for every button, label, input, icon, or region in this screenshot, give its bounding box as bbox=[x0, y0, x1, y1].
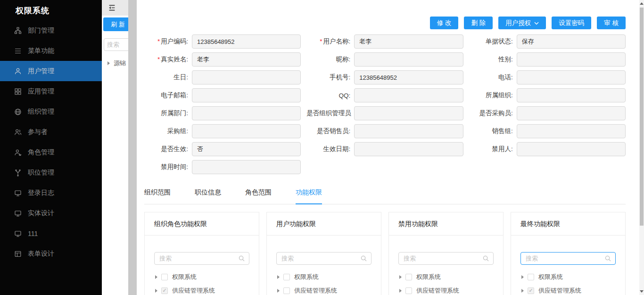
tree-checkbox[interactable] bbox=[161, 274, 168, 280]
sidebar-item-participant[interactable]: 参与者 bbox=[0, 122, 102, 142]
caret-right-icon[interactable] bbox=[521, 289, 524, 293]
tree-checkbox[interactable] bbox=[283, 287, 290, 294]
tree-checkbox[interactable] bbox=[528, 287, 534, 294]
monitor-icon bbox=[14, 189, 22, 197]
scroll-down-arrow[interactable] bbox=[640, 290, 644, 293]
tree-node[interactable]: 供应链管理系统 bbox=[154, 284, 249, 295]
sidebar-item-dept[interactable]: 部门管理 bbox=[0, 20, 102, 41]
tree-node[interactable]: 权限系统 bbox=[520, 270, 616, 284]
refresh-button[interactable]: 刷 新 bbox=[103, 17, 128, 31]
field-label: 电子邮箱: bbox=[144, 91, 192, 100]
scroll-up-arrow[interactable] bbox=[640, 2, 644, 5]
caret-right-icon[interactable] bbox=[155, 289, 157, 293]
caret-right-icon[interactable] bbox=[107, 61, 110, 65]
field-label: 电话: bbox=[469, 73, 517, 82]
panel-search bbox=[276, 252, 372, 265]
delete-button[interactable]: 删 除 bbox=[464, 17, 493, 29]
tree-node[interactable]: 权限系统 bbox=[276, 270, 372, 284]
effective-date-input[interactable] bbox=[354, 142, 463, 156]
panel-disabled-permission: 禁用功能权限 权限系统 供应链管理系统 bbox=[388, 212, 504, 295]
tab-function-permission[interactable]: 功能权限 bbox=[296, 188, 322, 204]
caret-right-icon[interactable] bbox=[399, 289, 402, 293]
sidebar-item-111[interactable]: 111 bbox=[0, 223, 102, 244]
tree-search-input[interactable] bbox=[104, 38, 128, 51]
is-seller-input[interactable] bbox=[354, 124, 463, 138]
panel-search-input[interactable] bbox=[520, 252, 616, 265]
qq-input[interactable] bbox=[354, 88, 463, 102]
tree-node[interactable]: 供应链管理系统 bbox=[398, 284, 494, 295]
tree-node[interactable]: 供应链管理系统 bbox=[276, 284, 372, 295]
panel-search-input[interactable] bbox=[276, 252, 372, 265]
owning-dept-input[interactable] bbox=[192, 106, 301, 120]
is-effective-input[interactable] bbox=[192, 142, 301, 156]
tab-org-scope[interactable]: 组织范围 bbox=[144, 188, 171, 204]
tab-role-scope[interactable]: 角色范围 bbox=[245, 188, 272, 204]
sidebar-item-app[interactable]: 应用管理 bbox=[0, 81, 102, 101]
sidebar-item-login-log[interactable]: 登录日志 bbox=[0, 183, 102, 203]
field-effective-date: 生效日期: bbox=[306, 142, 463, 156]
sales-group-input[interactable] bbox=[517, 124, 626, 138]
tree-checkbox[interactable] bbox=[405, 274, 412, 280]
tree-checkbox[interactable] bbox=[283, 274, 290, 280]
sidebar-item-user[interactable]: 用户管理 bbox=[0, 61, 102, 81]
purchase-group-input[interactable] bbox=[192, 124, 301, 138]
caret-right-icon[interactable] bbox=[277, 275, 280, 279]
org-chart-icon bbox=[14, 27, 22, 34]
tab-position-info[interactable]: 职位信息 bbox=[195, 188, 221, 204]
sidebar-item-label: 职位管理 bbox=[28, 169, 54, 177]
is-buyer-input[interactable] bbox=[517, 106, 626, 120]
caret-right-icon[interactable] bbox=[155, 275, 157, 279]
gender-input[interactable] bbox=[517, 52, 626, 67]
scrollbar-thumb[interactable] bbox=[640, 8, 644, 226]
tree-node[interactable]: 供应链管理系统 bbox=[520, 284, 616, 295]
disabled-by-input[interactable] bbox=[517, 142, 626, 156]
sidebar-item-org[interactable]: 组织管理 bbox=[0, 101, 102, 122]
is-org-admin-input[interactable] bbox=[354, 106, 463, 120]
tree-checkbox[interactable] bbox=[161, 287, 168, 294]
panel-splitter[interactable] bbox=[128, 0, 137, 295]
doc-status-input[interactable] bbox=[517, 34, 626, 49]
field-mobile: 手机号: bbox=[306, 70, 463, 84]
caret-right-icon[interactable] bbox=[399, 275, 402, 279]
nickname-input[interactable] bbox=[354, 52, 463, 67]
audit-button[interactable]: 审 核 bbox=[597, 17, 626, 29]
sidebar-item-entity-design[interactable]: 实体设计 bbox=[0, 203, 102, 223]
tree-node[interactable]: 权限系统 bbox=[154, 270, 249, 284]
panel-search-input[interactable] bbox=[398, 252, 494, 265]
sidebar-item-form-design[interactable]: 表单设计 bbox=[0, 244, 102, 264]
modify-button[interactable]: 修 改 bbox=[430, 17, 459, 29]
required-mark: * bbox=[320, 38, 322, 45]
disabled-time-input[interactable] bbox=[192, 160, 301, 174]
vertical-scrollbar[interactable] bbox=[639, 0, 644, 295]
field-user-name: *用户名称: bbox=[306, 34, 463, 49]
tree-node-root[interactable]: 源锦 bbox=[102, 59, 128, 67]
field-gender: 性别: bbox=[469, 52, 626, 67]
field-is-org-admin: 是否组织管理员 bbox=[306, 106, 463, 120]
user-code-input[interactable] bbox=[192, 34, 301, 49]
sidebar-item-label: 111 bbox=[28, 230, 38, 237]
menu-fold-icon[interactable] bbox=[108, 4, 116, 12]
tree-node[interactable]: 权限系统 bbox=[398, 270, 494, 284]
sidebar-item-position[interactable]: 职位管理 bbox=[0, 162, 102, 183]
tree-checkbox[interactable] bbox=[528, 274, 534, 280]
birthday-input[interactable] bbox=[192, 70, 301, 84]
set-password-button[interactable]: 设置密码 bbox=[552, 17, 591, 29]
phone-input[interactable] bbox=[517, 70, 626, 84]
tree-checkbox[interactable] bbox=[405, 287, 412, 294]
field-real-name: *真实姓名: bbox=[144, 52, 301, 67]
caret-right-icon[interactable] bbox=[277, 289, 280, 293]
tree-toolbar bbox=[102, 0, 128, 16]
required-mark: * bbox=[157, 38, 160, 45]
owning-org-input[interactable] bbox=[517, 88, 626, 102]
panel-search-input[interactable] bbox=[154, 252, 249, 265]
real-name-input[interactable] bbox=[192, 52, 301, 67]
mobile-input[interactable] bbox=[354, 70, 463, 84]
email-input[interactable] bbox=[192, 88, 301, 102]
user-name-input[interactable] bbox=[354, 34, 463, 49]
sidebar-item-menu[interactable]: 菜单功能 bbox=[0, 41, 102, 61]
field-birthday: 生日: bbox=[144, 70, 301, 84]
field-phone: 电话: bbox=[469, 70, 626, 84]
caret-right-icon[interactable] bbox=[521, 275, 524, 279]
sidebar-item-role[interactable]: 角色管理 bbox=[0, 142, 102, 162]
user-authorize-dropdown-button[interactable]: 用户授权 bbox=[498, 17, 546, 29]
